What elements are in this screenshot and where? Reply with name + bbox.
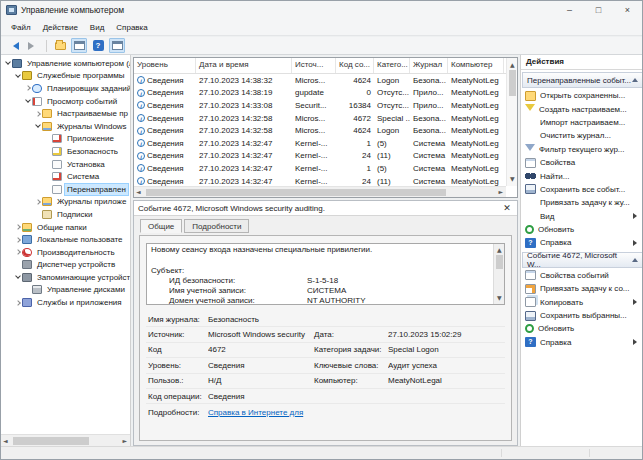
collapse-icon[interactable] [632,75,638,82]
close-details-icon[interactable]: ✕ [501,203,513,213]
help-button[interactable]: ? [90,38,106,53]
column-header-2[interactable]: Источ... [292,58,336,73]
column-header-3[interactable]: Код со... [336,58,374,73]
chevron-right-icon[interactable] [33,200,42,204]
scroll-thumb[interactable] [146,189,446,196]
scroll-down-icon[interactable]: ▼ [497,292,502,304]
tree-item-9[interactable]: Система [1,170,130,183]
column-header-0[interactable]: Уровень [134,58,196,73]
action-section-header-0[interactable]: Перенаправленные событ... [522,72,643,88]
minimize-button[interactable]: – [555,1,584,19]
chevron-down-icon[interactable] [23,100,32,102]
event-row-7[interactable]: iСведения27.10.2023 14:32:47Kernel-...1(… [134,162,506,175]
column-header-5[interactable]: Журнал [410,58,448,73]
action-item[interactable]: Привязать задачу к жу... [521,196,643,209]
list-vertical-scrollbar[interactable]: ▲ ▼ [506,58,517,186]
chevron-right-icon[interactable] [33,112,42,116]
tree-item-18[interactable]: Управление дисками [1,284,130,297]
action-item[interactable]: Свойства событий [521,269,643,282]
event-row-1[interactable]: iСведения27.10.2023 14:38:19gupdate0Отсу… [134,87,506,100]
chevron-right-icon[interactable] [13,238,22,242]
scroll-right-icon[interactable]: ► [122,435,127,446]
description-scrollbar[interactable]: ▲ ▼ [493,244,504,304]
tree-item-6[interactable]: Приложение [1,133,130,146]
tree-item-11[interactable]: Журналы приложе [1,196,130,209]
event-row-8[interactable]: iСведения27.10.2023 14:32:47Kernel-...24… [134,175,506,186]
scroll-thumb[interactable] [496,255,503,269]
event-row-6[interactable]: iСведения27.10.2023 14:32:47Kernel-...24… [134,150,506,163]
action-item[interactable]: Сохранить выбранны... [521,309,643,322]
tree-item-19[interactable]: Службы и приложения [1,296,130,309]
tree-item-3[interactable]: Просмотр событий [1,95,130,108]
action-item[interactable]: Сохранить все событ... [521,183,643,196]
tree-item-13[interactable]: Общие папки [1,221,130,234]
tree-item-1[interactable]: Служебные программы [1,70,130,83]
scroll-right-icon[interactable]: ► [498,187,503,197]
maximize-button[interactable]: □ [584,1,613,19]
tree-item-10[interactable]: Перенаправлен [1,183,130,196]
action-item[interactable]: Обновить [521,223,643,236]
action-section-header-1[interactable]: Событие 4672, Microsoft W... [522,252,643,268]
tree-item-0[interactable]: Управление компьютером (л [1,57,130,70]
export-button[interactable] [52,38,68,53]
action-item[interactable]: Открыть сохраненны... [521,89,643,102]
scroll-thumb[interactable] [13,437,89,445]
tree-item-15[interactable]: Производительность [1,246,130,259]
chevron-down-icon[interactable] [13,75,22,77]
chevron-right-icon[interactable] [13,301,22,305]
tab-details[interactable]: Подробности [184,219,249,233]
event-row-0[interactable]: iСведения27.10.2023 14:38:32Micros...462… [134,74,506,87]
tab-general[interactable]: Общие [140,219,182,233]
back-button[interactable] [6,38,22,53]
action-item[interactable]: ?Справка [521,336,643,349]
action-item[interactable]: Импорт настраиваем... [521,116,643,129]
list-horizontal-scrollbar[interactable]: ◄ ► [134,186,506,197]
action-item[interactable]: Вид [521,210,643,223]
action-item[interactable]: Фильтр текущего жур... [521,143,643,156]
menu-item-3[interactable]: Справка [110,21,153,34]
collapse-icon[interactable] [632,255,638,262]
action-item[interactable]: Свойства [521,156,643,169]
action-item[interactable]: ?Справка [521,236,643,249]
tree-item-8[interactable]: Установка [1,158,130,171]
tree-item-5[interactable]: Журналы Windows [1,120,130,133]
chevron-down-icon[interactable] [33,125,42,127]
menu-item-0[interactable]: Файл [5,21,37,34]
event-row-5[interactable]: iСведения27.10.2023 14:32:47Kernel-...1(… [134,137,506,150]
event-description-box[interactable]: Новому сеансу входа назначены специальны… [146,243,505,305]
menu-item-2[interactable]: Вид [84,21,110,34]
column-header-1[interactable]: Дата и время [196,58,292,73]
action-item[interactable]: Обновить [521,322,643,335]
event-help-link[interactable]: Справка в Интернете для [208,408,303,417]
tree-item-4[interactable]: Настраиваемые пр [1,107,130,120]
tree-item-14[interactable]: Локальные пользовате [1,233,130,246]
tree-item-12[interactable]: Подписки [1,208,130,221]
action-item[interactable]: Создать настраиваем... [521,102,643,115]
scroll-left-icon[interactable]: ◄ [136,187,141,197]
scroll-thumb[interactable] [509,70,516,96]
action-item[interactable]: Копировать [521,295,643,308]
tree-item-16[interactable]: Диспетчер устройств [1,259,130,272]
tree-item-2[interactable]: Планировщик заданий [1,82,130,95]
chevron-down-icon[interactable] [3,62,12,64]
tree-item-7[interactable]: Безопасность [1,145,130,158]
event-row-4[interactable]: iСведения27.10.2023 14:32:58Micros...462… [134,124,506,137]
column-header-6[interactable]: Компьютер [448,58,504,73]
event-row-3[interactable]: iСведения27.10.2023 14:32:58Micros...467… [134,112,506,125]
column-header-4[interactable]: Катего... [374,58,410,73]
tree-item-17[interactable]: Запоминающие устройст [1,271,130,284]
action-item[interactable]: Привязать задачу к со... [521,282,643,295]
chevron-right-icon[interactable] [23,86,32,90]
show-action-pane-button[interactable] [109,38,125,53]
chevron-right-icon[interactable] [13,225,22,229]
close-button[interactable]: × [613,1,642,19]
show-console-tree-button[interactable] [71,38,87,53]
event-row-2[interactable]: iСведения27.10.2023 14:33:08Securit...16… [134,99,506,112]
tree-horizontal-scrollbar[interactable]: ◄ ► [1,434,130,446]
chevron-right-icon[interactable] [13,250,22,254]
scroll-left-icon[interactable]: ◄ [3,435,8,446]
menu-item-1[interactable]: Действие [37,21,84,34]
scroll-down-icon[interactable]: ▼ [510,173,515,185]
action-item[interactable]: Очистить журнал... [521,129,643,142]
chevron-down-icon[interactable] [13,276,22,278]
